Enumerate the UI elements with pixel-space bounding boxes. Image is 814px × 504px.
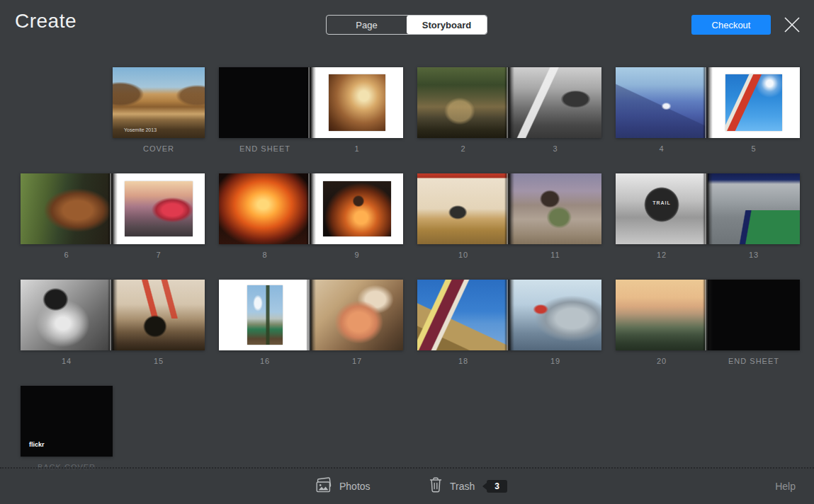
page-label: 13 xyxy=(708,251,800,259)
photos-button[interactable]: Photos xyxy=(315,477,371,496)
spread-cell: 1819 xyxy=(417,280,601,386)
page-label: 7 xyxy=(113,251,205,259)
page-label: 11 xyxy=(509,251,601,259)
page-thumbnail-11[interactable] xyxy=(509,173,601,244)
view-toggle: Page Storyboard xyxy=(326,15,487,35)
page-title: Create xyxy=(15,10,77,33)
toggle-storyboard-button[interactable]: Storyboard xyxy=(407,16,487,34)
page-thumbnail-17[interactable] xyxy=(311,280,403,350)
close-icon[interactable] xyxy=(783,16,801,34)
page-thumbnail-14[interactable] xyxy=(21,280,113,350)
page-thumbnail-18[interactable] xyxy=(417,280,509,350)
spread-cell: TRAIL1213 xyxy=(616,173,800,280)
trash-label: Trash xyxy=(450,481,475,492)
spread-cell: 23 xyxy=(417,67,601,173)
help-link[interactable]: Help xyxy=(775,481,796,492)
empty-slot xyxy=(21,67,113,138)
page-label: END SHEET xyxy=(708,357,800,365)
spread-cell: 1011 xyxy=(417,173,601,280)
toggle-page-button[interactable]: Page xyxy=(327,16,407,34)
page-thumbnail-end-sheet[interactable] xyxy=(219,67,311,138)
spread-cell: 67 xyxy=(21,173,205,280)
page-thumbnail-20[interactable] xyxy=(616,280,708,350)
spread-cell: 1415 xyxy=(21,280,205,386)
page-label: 20 xyxy=(616,357,708,365)
page-label: 17 xyxy=(311,357,403,365)
page-label: 16 xyxy=(219,357,311,365)
spread-cell: 89 xyxy=(219,173,403,280)
trash-icon xyxy=(428,476,443,496)
footer-bar: Photos Trash 3 Help xyxy=(0,467,814,504)
photo-inset xyxy=(125,181,193,236)
trash-count-badge: 3 xyxy=(487,480,507,493)
page-label: 18 xyxy=(417,357,509,365)
photo-caption: flickr xyxy=(29,441,45,448)
page-thumbnail-9[interactable] xyxy=(311,173,403,244)
page-thumbnail-2[interactable] xyxy=(417,67,509,138)
storyboard-row: 14151617181920END SHEET xyxy=(21,280,800,386)
spread-cell: 45 xyxy=(616,67,800,173)
photos-label: Photos xyxy=(339,481,371,492)
cover-cell: Yosemite 2013COVER xyxy=(21,67,205,173)
page-thumbnail-7[interactable] xyxy=(113,173,205,244)
page-label: 2 xyxy=(417,144,509,153)
page-thumbnail-1[interactable] xyxy=(311,67,403,138)
page-label: 1 xyxy=(311,144,403,153)
spread-cell: 20END SHEET xyxy=(616,280,800,386)
page-thumbnail-6[interactable] xyxy=(21,173,113,244)
photo-caption: Yosemite 2013 xyxy=(124,127,157,132)
storyboard-grid: Yosemite 2013COVEREND SHEET1234567891011… xyxy=(21,67,800,492)
page-thumbnail-cover[interactable]: Yosemite 2013 xyxy=(113,67,205,138)
photos-icon xyxy=(315,477,333,496)
page-thumbnail-3[interactable] xyxy=(509,67,601,138)
photo-inset xyxy=(725,74,782,131)
page-thumbnail-5[interactable] xyxy=(708,67,800,138)
page-label: 3 xyxy=(509,144,601,153)
page-thumbnail-15[interactable] xyxy=(113,280,205,350)
page-label: COVER xyxy=(113,144,205,153)
page-label: 10 xyxy=(417,251,509,259)
spread-cell: END SHEET1 xyxy=(219,67,403,173)
page-label: 4 xyxy=(616,144,708,153)
photo-inset xyxy=(323,181,391,236)
page-label: 6 xyxy=(21,251,113,259)
storyboard-row: Yosemite 2013COVEREND SHEET12345 xyxy=(21,67,800,173)
photo-caption: TRAIL xyxy=(616,200,708,205)
page-thumbnail-10[interactable] xyxy=(417,173,509,244)
page-label: 5 xyxy=(708,144,800,153)
checkout-button[interactable]: Checkout xyxy=(691,15,771,35)
empty-slot xyxy=(113,386,205,457)
trash-button[interactable]: Trash 3 xyxy=(428,476,507,496)
photo-inset xyxy=(329,74,385,131)
storyboard-row: 67891011TRAIL1213 xyxy=(21,173,800,280)
page-label: 19 xyxy=(509,357,601,365)
page-thumbnail-end-sheet[interactable] xyxy=(708,280,800,350)
spread-cell: 1617 xyxy=(219,280,403,386)
page-label: 9 xyxy=(311,251,403,259)
page-thumbnail-19[interactable] xyxy=(509,280,601,350)
page-label: 14 xyxy=(21,357,113,365)
page-thumbnail-16[interactable] xyxy=(219,280,311,350)
photo-inset xyxy=(247,285,283,345)
page-thumbnail-8[interactable] xyxy=(219,173,311,244)
page-label: 15 xyxy=(113,357,205,365)
page-thumbnail-4[interactable] xyxy=(616,67,708,138)
page-thumbnail-back-cover[interactable]: flickr xyxy=(21,386,113,457)
page-thumbnail-13[interactable] xyxy=(708,173,800,244)
page-label: END SHEET xyxy=(219,144,311,153)
page-label: 12 xyxy=(616,251,708,259)
page-thumbnail-12[interactable]: TRAIL xyxy=(616,173,708,244)
page-label: 8 xyxy=(219,251,311,259)
